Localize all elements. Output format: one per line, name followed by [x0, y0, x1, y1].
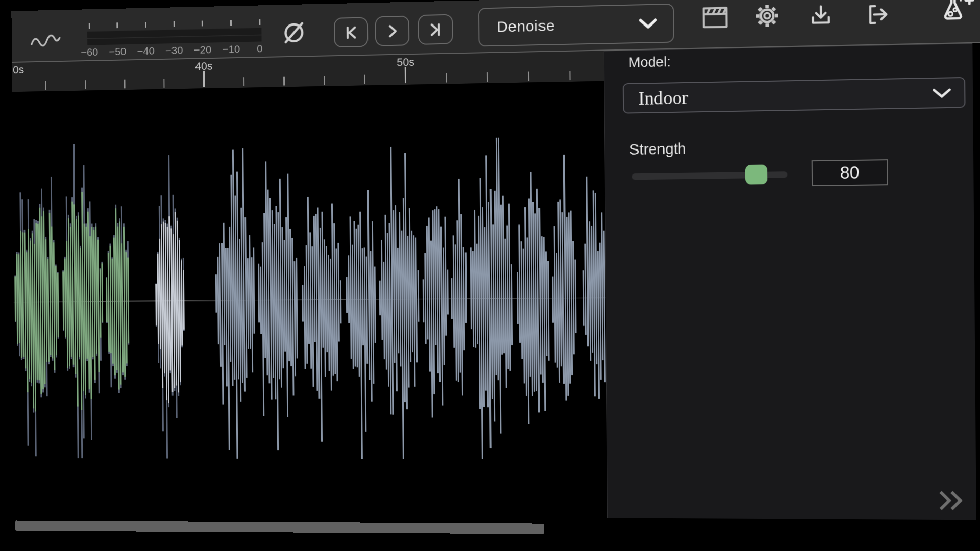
download-icon [808, 4, 834, 28]
ruler-minor-tick [124, 80, 125, 89]
ruler-time-label: 50s [397, 56, 414, 69]
level-meter-scale: −60−50−40−30−20−100 [83, 19, 266, 23]
ruler-minor-tick [45, 81, 46, 90]
ruler-minor-tick [446, 73, 447, 83]
strength-value-field[interactable]: 80 [812, 159, 888, 186]
meter-tick [116, 22, 118, 28]
model-select[interactable]: Indoor [623, 77, 966, 114]
ruler-minor-tick [85, 80, 86, 89]
play-icon [383, 21, 402, 40]
effect-settings-panel: Model: Indoor Strength 80 [604, 43, 976, 520]
ruler-minor-tick [163, 79, 164, 88]
phase-null-button[interactable] [279, 18, 308, 47]
ruler-major-tick [203, 71, 205, 87]
meter-tick [173, 21, 175, 27]
collapse-panel-button[interactable] [933, 488, 968, 512]
clip-view-button[interactable] [700, 4, 730, 31]
app-stage: −60−50−40−30−20−100 [11, 0, 980, 551]
gear-icon [753, 2, 781, 30]
settings-button[interactable] [753, 2, 781, 30]
ruler-minor-tick [487, 72, 488, 82]
download-button[interactable] [808, 4, 834, 28]
effect-dropdown-value: Denoise [497, 17, 555, 36]
ruler-minor-tick [324, 76, 325, 85]
ruler-minor-tick [283, 77, 284, 86]
meter-scale-label: 0 [248, 42, 272, 55]
app-window: −60−50−40−30−20−100 [11, 0, 980, 551]
export-button[interactable] [865, 2, 892, 27]
strength-slider-track[interactable] [632, 171, 787, 180]
clapperboard-icon [700, 4, 730, 31]
meter-scale-label: −40 [134, 45, 158, 57]
effect-dropdown[interactable]: Denoise [478, 4, 674, 47]
meter-scale-label: −10 [219, 43, 243, 56]
ruler-minor-tick [243, 77, 244, 86]
level-meter: −60−50−40−30−20−100 [83, 19, 266, 59]
meter-tick [259, 19, 260, 25]
double-chevron-right-icon [933, 488, 968, 512]
meter-tick [230, 20, 232, 26]
ruler-major-tick [404, 67, 406, 83]
waveform-view-button[interactable] [30, 31, 61, 49]
meter-tick [88, 23, 90, 29]
ruler-time-label: 0s [13, 63, 24, 77]
skip-to-end-button[interactable] [418, 14, 453, 45]
export-icon [865, 2, 892, 27]
chevron-down-icon [931, 87, 952, 98]
meter-scale-label: −60 [78, 46, 101, 58]
model-label: Model: [628, 54, 671, 71]
strength-label: Strength [629, 140, 687, 158]
strength-slider-thumb[interactable] [745, 164, 767, 184]
ruler-minor-tick [569, 71, 571, 80]
meter-scale-label: −30 [162, 44, 186, 57]
meter-tick [202, 21, 203, 27]
chevron-down-icon [636, 17, 659, 30]
ruler-time-label: 40s [195, 60, 213, 73]
play-button[interactable] [375, 16, 410, 46]
skip-to-start-icon [341, 23, 361, 42]
ruler-minor-tick [528, 72, 529, 81]
null-phase-icon [279, 18, 308, 47]
lab-button[interactable] [938, 0, 976, 26]
meter-scale-label: −20 [191, 43, 215, 56]
flask-plus-icon [938, 0, 976, 26]
model-select-value: Indoor [638, 86, 688, 109]
ruler-minor-tick [364, 75, 365, 84]
skip-to-end-icon [426, 20, 445, 39]
level-meter-ticks [83, 19, 266, 23]
meter-tick [145, 22, 146, 28]
sine-wave-icon [30, 31, 61, 49]
meter-scale-label: −50 [106, 45, 129, 58]
skip-to-start-button[interactable] [334, 17, 368, 47]
waveform-display[interactable] [12, 81, 608, 533]
